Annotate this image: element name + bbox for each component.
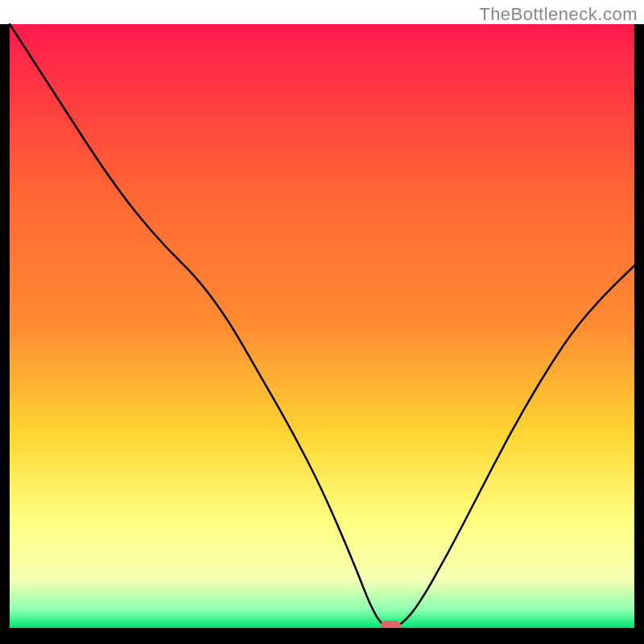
bottleneck-chart: TheBottleneck.com bbox=[0, 0, 644, 644]
frame-bottom bbox=[0, 628, 644, 644]
plot-background bbox=[10, 24, 634, 628]
watermark-text: TheBottleneck.com bbox=[479, 4, 638, 25]
chart-svg bbox=[0, 0, 644, 644]
frame-right bbox=[634, 24, 644, 636]
frame-left bbox=[0, 24, 10, 636]
